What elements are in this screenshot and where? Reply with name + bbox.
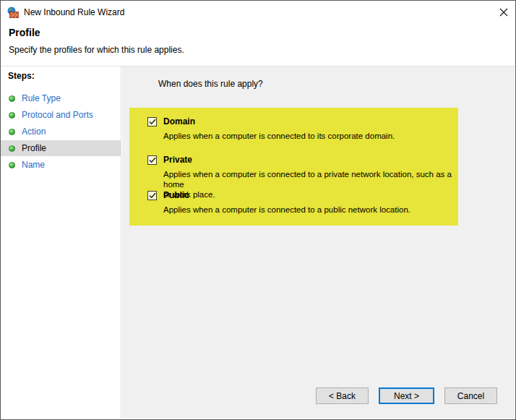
firewall-icon: [7, 7, 19, 18]
main-panel: When does this rule apply? Domain Applie…: [122, 67, 515, 419]
public-checkbox[interactable]: [147, 191, 157, 200]
sidebar-item-profile[interactable]: Profile: [1, 140, 121, 156]
profiles-highlight-box: Domain Applies when a computer is connec…: [129, 108, 458, 226]
domain-row: Domain Applies when a computer is connec…: [147, 116, 461, 141]
sidebar-item-rule-type[interactable]: Rule Type: [1, 90, 121, 106]
close-button[interactable]: [496, 4, 512, 20]
page-subtitle: Specify the profiles for which this rule…: [9, 45, 184, 55]
cancel-button[interactable]: Cancel: [444, 387, 497, 404]
private-checkbox[interactable]: [147, 155, 157, 165]
step-bullet-icon: [9, 145, 15, 152]
public-row: Public Applies when a computer is connec…: [147, 190, 461, 215]
titlebar: New Inbound Rule Wizard: [1, 1, 515, 24]
step-label: Name: [22, 160, 45, 170]
close-icon: [499, 8, 508, 17]
step-label: Profile: [22, 143, 46, 153]
step-label: Rule Type: [22, 93, 61, 103]
check-icon: [149, 192, 156, 199]
public-description: Applies when a computer is connected to …: [163, 205, 461, 215]
step-label: Protocol and Ports: [22, 110, 93, 120]
next-button[interactable]: Next >: [379, 387, 434, 404]
public-label: Public: [163, 190, 461, 200]
private-label: Private: [163, 155, 461, 165]
check-icon: [149, 119, 156, 125]
step-bullet-icon: [9, 112, 15, 119]
new-inbound-rule-wizard-window: New Inbound Rule Wizard Profile Specify …: [0, 0, 516, 420]
step-bullet-icon: [9, 162, 15, 168]
steps-heading: Steps:: [1, 69, 121, 83]
window-title: New Inbound Rule Wizard: [24, 7, 124, 17]
steps-sidebar: Steps: Rule Type Protocol and Ports Acti…: [1, 67, 121, 419]
back-button[interactable]: < Back: [316, 387, 369, 404]
steps-list: Rule Type Protocol and Ports Action Prof…: [1, 90, 121, 173]
wizard-button-bar: < Back Next > Cancel: [316, 387, 497, 404]
sidebar-item-protocol-and-ports[interactable]: Protocol and Ports: [1, 107, 121, 123]
step-bullet-icon: [9, 129, 15, 135]
domain-label: Domain: [163, 116, 461, 127]
page-title: Profile: [9, 27, 40, 38]
question-text: When does this rule apply?: [158, 79, 263, 89]
domain-description: Applies when a computer is connected to …: [163, 131, 461, 141]
step-bullet-icon: [9, 95, 15, 102]
step-label: Action: [22, 127, 46, 137]
sidebar-item-action[interactable]: Action: [1, 124, 121, 140]
check-icon: [149, 157, 156, 163]
sidebar-item-name[interactable]: Name: [1, 157, 121, 173]
domain-checkbox[interactable]: [147, 117, 157, 127]
